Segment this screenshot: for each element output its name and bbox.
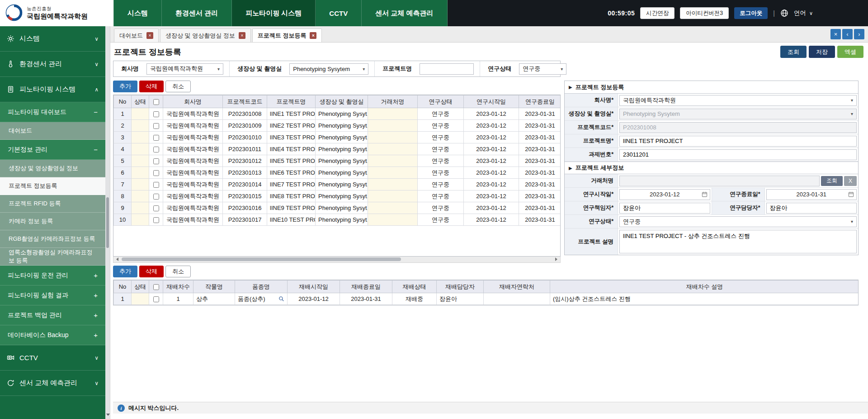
- sidebar-item-sensor-replace[interactable]: 센서 교체 예측관리 ∨: [0, 371, 105, 396]
- sidebar-group-database-backup[interactable]: 데이타베이스 Backup +: [0, 325, 105, 345]
- vertical-scrollbar-thumb[interactable]: [106, 197, 109, 248]
- row-checkbox[interactable]: [153, 111, 159, 117]
- project-row[interactable]: 8 국립원예특작과학원 P202301015 lINE8 TEST PROJEC…: [114, 190, 561, 202]
- room-filter-select[interactable]: Phenotyping Sysytem ▾: [289, 63, 368, 75]
- research-status-select[interactable]: 연구중 ▾: [619, 216, 857, 227]
- project-row[interactable]: 2 국립원예특작과학원 P202301009 lINE2 TEST PROJEC…: [114, 120, 561, 132]
- row-checkbox[interactable]: [153, 135, 159, 141]
- sidebar-group-project-backup[interactable]: 프로젝트 백업 관리 +: [0, 305, 105, 325]
- cultivation-row[interactable]: 1 1 상추 품종(상추): [114, 293, 859, 305]
- tab-close-icon[interactable]: ×: [146, 32, 153, 39]
- search-button[interactable]: 조회: [780, 46, 807, 58]
- gear-icon: [7, 35, 14, 43]
- sidebar-group-experiment-result[interactable]: 피노타이핑 실험 결과 +: [0, 286, 105, 305]
- save-button[interactable]: 저장: [809, 46, 835, 58]
- cancel-cultivation-button[interactable]: 취소: [165, 266, 191, 277]
- vertical-scrollbar[interactable]: [105, 26, 110, 419]
- nav-item-phenotyping[interactable]: 피노타이핑 시스템: [232, 0, 316, 26]
- scroll-left-arrow[interactable]: [114, 257, 120, 262]
- row-checkbox[interactable]: [153, 296, 159, 302]
- horizontal-scrollbar[interactable]: [113, 257, 561, 263]
- sidebar-item-phenotyping[interactable]: 피노타이핑 시스템 ∧: [0, 77, 105, 102]
- room-select[interactable]: Phenotyping Sysytem ▾: [619, 109, 857, 119]
- sidebar-item-system[interactable]: 시스템 ∨: [0, 26, 105, 52]
- tab-close-icon[interactable]: ×: [310, 32, 316, 39]
- row-checkbox[interactable]: [153, 147, 159, 152]
- client-search-button[interactable]: 조회: [821, 176, 843, 186]
- sidebar-item-project-registration[interactable]: 프로젝트 정보등록: [0, 177, 105, 195]
- horizontal-scrollbar-thumb[interactable]: [122, 257, 401, 261]
- company-filter-select[interactable]: 국립원예특작과학원 ▾: [146, 63, 223, 75]
- row-checkbox[interactable]: [153, 205, 159, 211]
- task-number-input[interactable]: [619, 149, 857, 160]
- row-checkbox[interactable]: [153, 182, 159, 188]
- project-filter-input[interactable]: [420, 63, 474, 75]
- sidebar-item-cctv[interactable]: CCTV ∨: [0, 345, 105, 371]
- project-row[interactable]: 7 국립원예특작과학원 P202301014 lINE7 TEST PROJEC…: [114, 179, 561, 190]
- end-date-input[interactable]: 2023-01-31: [766, 189, 857, 200]
- variety-search-icon[interactable]: [278, 296, 284, 302]
- section-project-detail[interactable]: ▶ 프로젝트 세부정보: [565, 162, 858, 174]
- account-button[interactable]: 아이티컨버전3: [680, 7, 729, 19]
- language-selector[interactable]: 언어 ∨: [794, 9, 813, 17]
- nav-item-env-sensor[interactable]: 환경센서 관리: [162, 0, 232, 26]
- cancel-button[interactable]: 취소: [165, 81, 191, 92]
- start-date-input[interactable]: 2023-01-12: [619, 189, 710, 200]
- row-checkbox[interactable]: [153, 123, 159, 129]
- tab-project-registration[interactable]: 프로젝트 정보등록 ×: [252, 29, 322, 42]
- tab-growth-room-info[interactable]: 생장상 및 영상촬영실 정보 ×: [160, 29, 251, 42]
- delete-cultivation-button[interactable]: 삭제: [139, 266, 164, 277]
- project-row[interactable]: 4 국립원예특작과학원 P202301011 lINE4 TEST PROJEC…: [114, 143, 561, 155]
- row-checkbox[interactable]: [153, 217, 159, 223]
- section-project-registration[interactable]: ▶ 프로젝트 정보등록: [565, 81, 858, 94]
- row-checkbox[interactable]: [153, 194, 159, 200]
- company-select[interactable]: 국립원예특작과학원 ▾: [619, 95, 857, 106]
- logout-button[interactable]: 로그아웃: [734, 7, 768, 19]
- project-row[interactable]: 3 국립원예특작과학원 P202301010 lINE3 TEST PROJEC…: [114, 132, 561, 143]
- project-row[interactable]: 5 국립원예특작과학원 P202301012 lINE5 TEST PROJEC…: [114, 155, 561, 167]
- project-description-textarea[interactable]: lINE1 TEST PROJECT - 상추 건조스트레스 진행: [619, 230, 857, 253]
- tabs-scroll-right-button[interactable]: ›: [854, 29, 864, 39]
- project-row[interactable]: 10 국립원예특작과학원 P202301017 lINE10 TEST PROJ…: [114, 214, 561, 226]
- project-row[interactable]: 6 국립원예특작과학원 P202301013 lINE6 TEST PROJEC…: [114, 167, 561, 179]
- row-checkbox[interactable]: [153, 170, 159, 176]
- client-clear-button[interactable]: X: [844, 176, 857, 186]
- tab-close-icon[interactable]: ×: [239, 32, 245, 39]
- sidebar-group-basic-info[interactable]: 기본정보 관리 −: [0, 140, 105, 160]
- project-name-input[interactable]: [619, 136, 857, 147]
- sidebar-group-pheno-dashboard[interactable]: 피노타이핑 대쉬보드 −: [0, 102, 105, 122]
- excel-button[interactable]: 엑셀: [837, 46, 863, 58]
- research-manager-input[interactable]: [766, 203, 857, 214]
- sidebar-item-dashboard[interactable]: 대쉬보드: [0, 122, 105, 140]
- research-leader-input[interactable]: [619, 203, 710, 214]
- sidebar-item-chlorophyll-coord[interactable]: 엽록소형광촬영실 카메라좌표정보 등록: [0, 248, 105, 266]
- sidebar-item-rgb-coord[interactable]: RGB촬영실 카메라좌표정보 등록: [0, 230, 105, 248]
- scroll-down-arrow[interactable]: [106, 413, 110, 417]
- sidebar-item-camera-info[interactable]: 카메라 정보 등록: [0, 213, 105, 230]
- chevron-down-icon: ∨: [94, 355, 99, 361]
- add-row-button[interactable]: 추가: [113, 81, 137, 92]
- sidebar-item-env-sensor[interactable]: 환경센서 관리 ∨: [0, 52, 105, 77]
- status-filter-select[interactable]: 연구중 ▾: [519, 63, 566, 75]
- globe-icon[interactable]: [780, 9, 788, 17]
- sidebar-item-project-rfid[interactable]: 프로젝트 RFID 등록: [0, 195, 105, 213]
- sidebar-item-growth-room-info[interactable]: 생장상 및 영상촬영실 정보: [0, 160, 105, 177]
- row-checkbox[interactable]: [153, 158, 159, 164]
- delete-row-button[interactable]: 삭제: [139, 81, 164, 92]
- nav-item-cctv[interactable]: CCTV: [316, 0, 362, 26]
- select-all-checkbox[interactable]: [153, 99, 159, 105]
- tabs-scroll-left-button[interactable]: ‹: [842, 29, 853, 39]
- extend-time-button[interactable]: 시간연장: [640, 7, 675, 19]
- select-all-checkbox[interactable]: [153, 284, 159, 290]
- tab-dashboard[interactable]: 대쉬보드 ×: [114, 29, 159, 42]
- close-all-tabs-button[interactable]: ×: [830, 29, 841, 39]
- project-row[interactable]: 9 국립원예특작과학원 P202301016 lINE9 TEST PROJEC…: [114, 202, 561, 214]
- sidebar-group-operation[interactable]: 피노타이핑 운전 관리 +: [0, 266, 105, 286]
- project-row[interactable]: 1 국립원예특작과학원 P202301008 lINE1 TEST PROJEC…: [114, 108, 561, 120]
- nav-item-sensor-replace[interactable]: 센서 교체 예측관리: [362, 0, 447, 26]
- scroll-right-arrow[interactable]: [553, 257, 560, 262]
- add-cultivation-button[interactable]: 추가: [113, 266, 137, 277]
- calendar-icon[interactable]: [702, 191, 708, 197]
- nav-item-system[interactable]: 시스템: [113, 0, 162, 26]
- calendar-icon[interactable]: [848, 191, 854, 197]
